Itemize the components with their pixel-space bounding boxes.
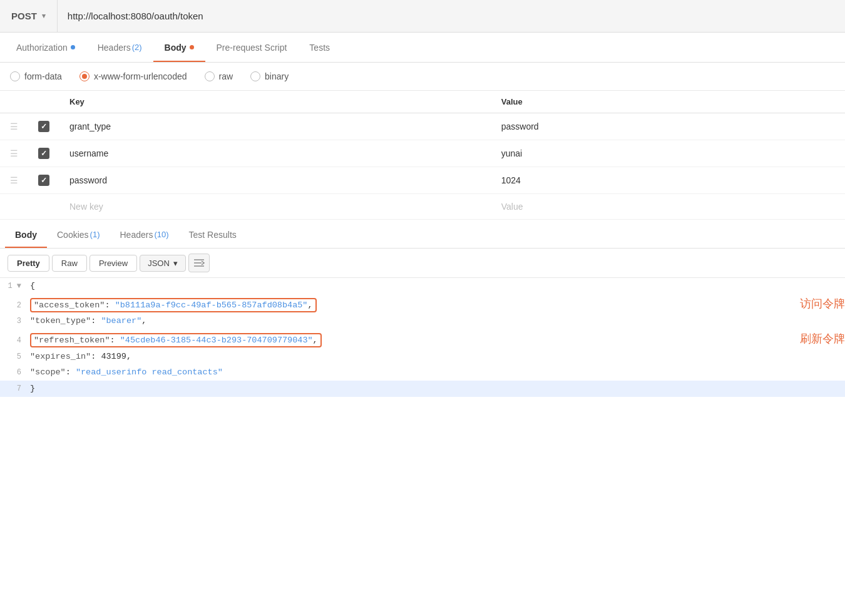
radio-urlencoded[interactable]: x-www-form-urlencoded [79,71,187,81]
preview-button[interactable]: Preview [90,255,137,272]
method-selector[interactable]: POST ▾ [0,0,58,32]
value-cell[interactable]: yunai [491,140,845,167]
json-brace-close: } [30,384,35,393]
method-label: POST [11,11,37,21]
new-key-cell[interactable]: New key [59,194,491,220]
body-type-row: form-data x-www-form-urlencoded raw bina… [0,63,845,91]
key-cell[interactable]: username [59,140,491,167]
format-toolbar: Pretty Raw Preview JSON ▾ [0,249,845,278]
table-row: ☰ username yunai [0,140,845,167]
pretty-button[interactable]: Pretty [8,255,49,272]
line-number: 3 [0,316,30,327]
tab-headers[interactable]: Headers (2) [86,33,153,62]
row-checkbox-cell[interactable] [28,167,59,194]
new-value-placeholder: Value [501,202,523,212]
key-cell[interactable]: grant_type [59,113,491,140]
headers-badge: (2) [132,43,142,52]
json-response-area: 1 ▼ { 2 "access_token": "b8111a9a-f9cc-4… [0,278,845,397]
authorization-dot [71,45,75,49]
url-input[interactable] [58,11,845,21]
annotation-label: 访问令牌 [800,295,845,313]
line-content: "access_token": "b8111a9a-f9cc-49af-b565… [30,298,781,313]
drag-handle[interactable]: ☰ [0,140,28,167]
url-bar: POST ▾ [0,0,845,33]
row-checkbox[interactable] [38,121,49,132]
radio-raw-circle [205,71,215,81]
response-tabs: Body Cookies (1) Headers (10) Test Resul… [0,221,845,249]
row-checkbox-cell[interactable] [28,140,59,167]
radio-raw[interactable]: raw [205,71,233,81]
line-number: 1 ▼ [0,280,30,292]
line-number: 7 [0,383,30,395]
json-line: 2 "access_token": "b8111a9a-f9cc-49af-b5… [0,294,845,314]
json-line: 5 "expires_in": 43199, [0,349,845,365]
value-cell[interactable]: password [491,113,845,140]
res-tab-cookies[interactable]: Cookies (1) [47,221,110,248]
format-select[interactable]: JSON ▾ [140,255,186,272]
checkbox-header [28,91,59,113]
value-header: Value [491,91,845,113]
request-tabs: Authorization Headers (2) Body Pre-reque… [0,33,845,63]
radio-binary-circle [250,71,260,81]
line-content: "token_type": "bearer", [30,314,845,329]
drag-handle[interactable]: ☰ [0,167,28,194]
wrap-icon-button[interactable] [188,254,210,272]
json-line: 6 "scope": "read_userinfo read_contacts" [0,364,845,381]
highlighted-line: "refresh_token": "45cdeb46-3185-44c3-b29… [30,333,322,347]
res-tab-headers[interactable]: Headers (10) [110,221,178,248]
tab-prerequest[interactable]: Pre-request Script [205,33,299,62]
tab-tests[interactable]: Tests [298,33,341,62]
drag-icon: ☰ [10,121,18,131]
kv-table: Key Value ☰ grant_type password ☰ userna… [0,91,845,220]
new-key-placeholder: New key [69,202,103,212]
table-row: ☰ password 1024 [0,167,845,194]
annotation-label: 刷新令牌 [800,330,845,348]
line-number: 5 [0,351,30,363]
drag-icon: ☰ [10,148,18,158]
value-cell[interactable]: 1024 [491,167,845,194]
line-number: 4 [0,335,30,347]
radio-formdata-circle [10,71,20,81]
key-cell[interactable]: password [59,167,491,194]
method-chevron: ▾ [42,12,46,20]
res-tab-test-results[interactable]: Test Results [179,221,247,248]
json-line: 3 "token_type": "bearer", [0,313,845,329]
row-checkbox[interactable] [38,175,49,186]
line-content: } [30,381,845,396]
new-key-row: New key Value [0,194,845,220]
json-line: 1 ▼ { [0,278,845,294]
tab-authorization[interactable]: Authorization [5,33,86,62]
radio-formdata[interactable]: form-data [10,71,62,81]
radio-binary[interactable]: binary [250,71,289,81]
highlighted-line: "access_token": "b8111a9a-f9cc-49af-b565… [30,298,317,312]
body-dot [190,45,194,49]
radio-urlencoded-circle [79,71,90,81]
line-number: 2 [0,300,30,312]
tab-body[interactable]: Body [153,33,205,62]
line-content: "scope": "read_userinfo read_contacts" [30,365,845,380]
row-checkbox[interactable] [38,148,49,159]
line-content: { [30,279,845,294]
new-value-cell[interactable]: Value [491,194,845,220]
row-checkbox-cell[interactable] [28,113,59,140]
line-content: "refresh_token": "45cdeb46-3185-44c3-b29… [30,333,781,348]
drag-header [0,91,28,113]
res-tab-body[interactable]: Body [5,221,47,248]
line-content: "expires_in": 43199, [30,349,845,364]
json-line: 4 "refresh_token": "45cdeb46-3185-44c3-b… [0,329,845,349]
key-header: Key [59,91,491,113]
raw-button[interactable]: Raw [52,255,87,272]
drag-icon: ☰ [10,175,18,185]
line-number: 6 [0,367,30,379]
drag-handle[interactable]: ☰ [0,113,28,140]
json-line: 7 } [0,381,845,397]
table-row: ☰ grant_type password [0,113,845,140]
